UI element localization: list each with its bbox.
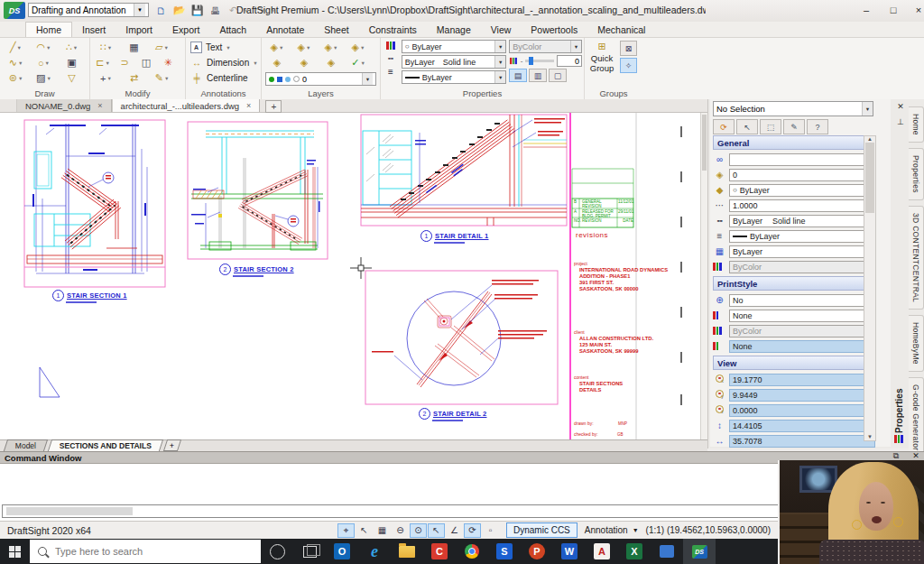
linestyle-combo[interactable]: ByLayerSolid line▼ (729, 215, 875, 227)
camtasia-button[interactable]: C (423, 539, 456, 564)
annotation-scale-dropdown[interactable]: Annotation ▼ (585, 525, 639, 535)
sheet-tab-model[interactable]: Model (4, 439, 48, 451)
search-input[interactable] (53, 545, 253, 558)
layer-manager-icon[interactable]: ◈▼ (263, 42, 291, 53)
save-icon[interactable]: 💾 (189, 4, 205, 18)
scrollbar-thumb[interactable] (702, 115, 707, 171)
edge-button[interactable]: e (358, 539, 391, 564)
word-button[interactable]: W (553, 539, 586, 564)
dynamic-ccs-button[interactable]: Dynamic CCS (506, 522, 578, 538)
tab-annotate[interactable]: Annotate (256, 22, 314, 37)
quick-group-button[interactable]: Quick Group (587, 54, 617, 74)
cortana-button[interactable] (261, 539, 293, 564)
line-color-combo[interactable]: ○ByLayer▼ (729, 184, 875, 197)
webcam-close-icon[interactable]: ✕ (910, 451, 922, 460)
excel-button[interactable]: X (618, 539, 651, 564)
palette-bottom-icon[interactable] (894, 435, 903, 443)
explode-icon[interactable]: ✳ (157, 57, 179, 69)
taskbar-search[interactable] (30, 540, 261, 563)
slider-thumb[interactable] (529, 57, 533, 65)
tab-attach[interactable]: Attach (209, 22, 256, 37)
ccs-toggle[interactable]: ▫ (482, 523, 499, 538)
new-tab-button[interactable]: + (265, 100, 282, 113)
layer-states-icon[interactable]: ◈▼ (318, 42, 345, 53)
section-view[interactable]: View ▲ (713, 356, 875, 370)
layer-combo[interactable]: 0▼ (729, 169, 875, 181)
polyline-icon[interactable]: ∿▼ (2, 57, 30, 69)
tab-export[interactable]: Export (162, 22, 209, 37)
canvas-vertical-scrollbar[interactable] (700, 113, 707, 439)
chevron-down-icon[interactable]: ▼ (494, 71, 505, 83)
transparency-slider[interactable] (525, 60, 554, 62)
print-combo[interactable]: No▼ (729, 294, 875, 307)
match-properties-button[interactable]: ▤ (509, 69, 527, 82)
hatch-icon[interactable]: ▨▼ (30, 72, 58, 84)
select-window-button[interactable]: ⬚ (760, 119, 781, 134)
print-style-field[interactable]: None (729, 340, 875, 353)
selection-combo[interactable]: No Selection ▼ (713, 101, 873, 116)
edit-group-button[interactable]: ⊠ (620, 41, 637, 56)
file-explorer-button[interactable] (391, 539, 423, 564)
layer-isolate-icon[interactable]: ◈ (291, 57, 318, 69)
open-file-icon[interactable]: 📂 (171, 4, 187, 18)
view-x-field[interactable]: 19.1770 (729, 374, 875, 386)
close-button[interactable]: × (906, 0, 924, 20)
tab-manage[interactable]: Manage (427, 22, 481, 37)
offset-icon[interactable]: ⊃ (114, 57, 135, 69)
sheet-tab-sections-and-details[interactable]: SECTIONS AND DETAILS (48, 439, 163, 451)
chevron-down-icon[interactable]: ▼ (494, 56, 505, 68)
section-general[interactable]: General ▲ (713, 135, 875, 150)
grid-toggle[interactable]: ▦ (374, 523, 391, 538)
line-icon[interactable]: ╱▼ (2, 42, 30, 53)
edit-vertex-icon[interactable]: ∷▼ (92, 42, 120, 53)
arc-icon[interactable]: ◠▼ (30, 42, 58, 53)
chrome-button[interactable] (456, 539, 488, 564)
start-button[interactable] (0, 539, 30, 564)
hyperlink-field[interactable] (729, 153, 875, 166)
autocad-button[interactable]: A (586, 539, 618, 564)
add-sheet-button[interactable]: + (163, 439, 181, 451)
scrollbar-thumb[interactable] (865, 143, 874, 213)
chevron-down-icon[interactable]: ▼ (494, 41, 505, 52)
task-view-button[interactable] (293, 539, 326, 564)
ccs-rotate-toggle[interactable]: ⟳ (464, 523, 481, 538)
circle-icon[interactable]: ⊚▼ (2, 72, 30, 84)
side-tab-homebyme[interactable]: HomeByMe (909, 315, 924, 372)
linescale-field[interactable]: 1.0000 (729, 199, 875, 212)
view-y-field[interactable]: 9.9449 (729, 389, 875, 402)
rectangle-icon[interactable]: ▣ (58, 57, 86, 69)
section-printstyle[interactable]: PrintStyle ▲ (713, 276, 875, 291)
side-tab-home[interactable]: Home (909, 106, 924, 143)
side-tab-properties[interactable]: Properties (909, 148, 924, 200)
view-height-field[interactable]: 14.4105 (729, 420, 875, 432)
point-icon[interactable]: ∴▼ (58, 42, 86, 53)
view-z-field[interactable]: 0.0000 (729, 404, 875, 417)
move-icon[interactable]: +▼ (92, 73, 120, 84)
pattern-icon[interactable]: ▦ (120, 42, 148, 53)
polar-toggle[interactable]: ⊙ (410, 523, 427, 538)
layer-delete-icon[interactable]: ◈ (318, 57, 345, 69)
line-weight-combo[interactable]: ByLayer ▼ (402, 70, 506, 84)
print-table-combo[interactable]: None▼ (729, 310, 875, 322)
draftsight-taskbar-button[interactable]: DS (683, 539, 716, 564)
doc-tab-architectural[interactable]: architectural_-...ultileaders.dwg × (112, 99, 261, 112)
customize-button[interactable]: ✎ (783, 119, 805, 134)
outlook-button[interactable]: O (326, 539, 358, 564)
dimension-button[interactable]: ↔ Dimension▼ (188, 55, 259, 70)
line-color-combo[interactable]: ○ ByLayer ▼ (402, 40, 506, 53)
tab-sheet[interactable]: Sheet (314, 22, 358, 37)
properties-page-button[interactable]: ▢ (549, 69, 567, 82)
lineweight-combo[interactable]: ByLayer▼ (729, 230, 875, 243)
quick-group-icon[interactable]: ⊞ (593, 41, 611, 52)
esnap-toggle[interactable]: ↖ (356, 523, 373, 538)
close-icon[interactable]: × (246, 101, 251, 110)
palette-tab-properties[interactable]: Properties (891, 381, 908, 440)
tab-powertools[interactable]: Powertools (521, 22, 587, 37)
side-tab-3dcontentcentral[interactable]: 3D CONTENTCENTRAL (909, 206, 924, 310)
select-new-button[interactable]: ⟳ (713, 119, 735, 134)
tab-home[interactable]: Home (25, 22, 72, 37)
transparency-value[interactable]: 0 (557, 55, 582, 67)
drawing-canvas[interactable]: .pk{fill:none;stroke:#f27ac8;stroke-widt… (0, 113, 700, 439)
palette-scrollbar[interactable]: ▲▼ (864, 135, 876, 441)
stretch-icon[interactable]: ⊏▼ (92, 57, 114, 69)
